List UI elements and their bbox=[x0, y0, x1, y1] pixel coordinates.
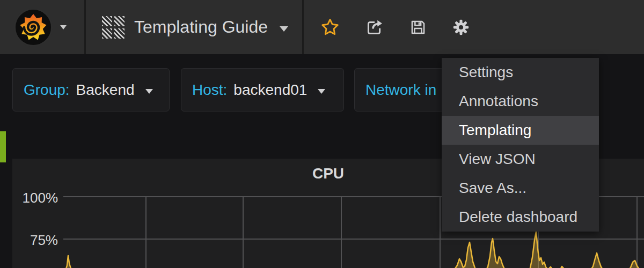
menu-item-settings[interactable]: Settings bbox=[442, 58, 599, 87]
save-dashboard-button[interactable] bbox=[409, 18, 427, 36]
variable-label: Host: bbox=[192, 81, 227, 99]
share-dashboard-button[interactable] bbox=[365, 18, 384, 37]
menu-item-templating[interactable]: Templating bbox=[442, 116, 599, 145]
gear-icon bbox=[452, 30, 470, 38]
menu-item-view-json[interactable]: View JSON bbox=[442, 145, 599, 174]
dashboard-settings-button[interactable] bbox=[452, 18, 470, 36]
variable-dropdown-host[interactable]: Host: backend01 bbox=[181, 68, 344, 111]
dashboard-settings-menu: SettingsAnnotationsTemplatingView JSONSa… bbox=[442, 58, 599, 232]
variable-dropdown-group[interactable]: Group: Backend bbox=[12, 68, 170, 111]
chevron-down-icon bbox=[318, 89, 325, 94]
share-icon bbox=[365, 31, 384, 39]
chevron-down-icon bbox=[280, 26, 288, 32]
variable-value: Backend bbox=[76, 81, 135, 99]
grafana-logo bbox=[14, 8, 53, 47]
menu-item-delete-dashboard[interactable]: Delete dashboard bbox=[442, 203, 599, 232]
y-axis-tick-100: 100% bbox=[12, 190, 58, 206]
grafana-main-menu-button[interactable] bbox=[0, 0, 86, 54]
star-dashboard-button[interactable] bbox=[320, 17, 340, 38]
chevron-down-icon bbox=[60, 25, 67, 29]
menu-item-annotations[interactable]: Annotations bbox=[442, 87, 599, 116]
navbar-actions bbox=[304, 17, 470, 38]
dashboard-title: Templating Guide bbox=[134, 17, 268, 37]
dashboard-grid-icon bbox=[102, 16, 125, 39]
variable-value: backend01 bbox=[233, 81, 307, 99]
variable-label: Group: bbox=[24, 81, 70, 99]
menu-item-save-as[interactable]: Save As... bbox=[442, 174, 599, 203]
dashboard-title-button[interactable]: Templating Guide bbox=[86, 0, 304, 54]
variable-label: Network in bbox=[365, 81, 436, 99]
row-toggle-handle[interactable] bbox=[0, 131, 6, 162]
save-icon bbox=[409, 30, 427, 38]
top-navbar: Templating Guide bbox=[0, 0, 644, 54]
star-icon bbox=[320, 31, 340, 39]
chevron-down-icon bbox=[145, 89, 153, 94]
y-axis-tick-75: 75% bbox=[12, 232, 58, 249]
